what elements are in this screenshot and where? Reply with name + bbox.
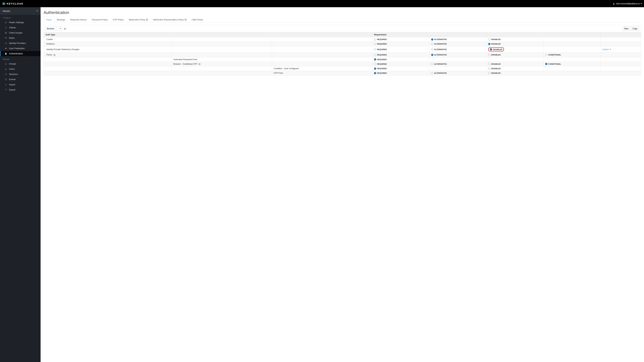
req-radio-disabled[interactable] [488, 38, 490, 40]
req-option[interactable]: ALTERNATIVE [431, 43, 485, 45]
help-icon[interactable]: ? [53, 54, 56, 56]
user-menu[interactable]: John.hummel@wallaroo.ai [610, 0, 642, 7]
req-radio-disabled[interactable] [488, 43, 490, 45]
flow-name: Identity Provider Redirector (Google) [46, 48, 79, 51]
help-icon[interactable]: ? [146, 18, 148, 21]
req-radio-alternative[interactable] [431, 38, 433, 40]
req-option[interactable]: REQUIRED [374, 43, 428, 45]
sidebar-item-import[interactable]: Import [0, 82, 40, 87]
req-option[interactable]: REQUIRED [374, 58, 428, 60]
req-option[interactable]: REQUIRED [374, 54, 428, 56]
lock-icon [5, 52, 7, 55]
flow-name-cell [172, 42, 272, 46]
req-option[interactable]: ALTERNATIVE [431, 63, 485, 65]
req-radio-required[interactable] [374, 43, 376, 45]
tab-bindings[interactable]: Bindings [54, 17, 68, 23]
sidebar-item-user-federation[interactable]: User Federation [0, 46, 40, 51]
req-radio-alternative[interactable] [431, 48, 433, 50]
req-option[interactable]: DISABLED [488, 63, 542, 65]
tab-password-policy[interactable]: Password Policy [89, 17, 110, 23]
req-radio-conditional[interactable] [545, 54, 548, 56]
tab-webauthn-passwordless[interactable]: WebAuthn Passwordless Policy ? [150, 17, 189, 23]
sidebar-section-label: Manage [0, 56, 40, 61]
sliders-icon [5, 21, 7, 24]
req-option[interactable]: DISABLED [488, 72, 542, 74]
req-option[interactable]: DISABLED [488, 38, 542, 40]
req-radio-required[interactable] [374, 63, 376, 65]
req-option[interactable]: REQUIRED [374, 72, 428, 74]
req-radio-conditional[interactable] [545, 63, 548, 65]
req-option[interactable]: ALTERNATIVE [431, 38, 485, 40]
calendar-icon [5, 78, 7, 81]
req-radio-required[interactable] [374, 54, 376, 56]
help-icon[interactable]: ? [64, 28, 66, 30]
req-radio-required[interactable] [374, 67, 376, 70]
new-button[interactable]: New [622, 26, 630, 31]
req-label: ALTERNATIVE [434, 38, 447, 40]
sidebar-item-users[interactable]: Users [0, 66, 40, 71]
sidebar-item-roles[interactable]: Roles [0, 35, 40, 40]
svg-point-3 [614, 3, 614, 4]
req-option[interactable]: DISABLED [488, 54, 542, 56]
flow-row: Forms ?REQUIREDALTERNATIVEDISABLEDCONDIT… [44, 53, 641, 57]
req-radio-required[interactable] [374, 38, 376, 40]
req-radio-disabled[interactable] [488, 72, 490, 74]
flow-row: Identity Provider Redirector (Google)REQ… [44, 46, 641, 53]
req-option[interactable]: DISABLED [490, 48, 502, 50]
sidebar-item-sessions[interactable]: Sessions [0, 71, 40, 77]
req-radio-alternative[interactable] [431, 54, 433, 56]
req-option[interactable]: ALTERNATIVE [431, 72, 485, 74]
tab-flows[interactable]: Flows [44, 17, 54, 23]
sidebar-item-clients[interactable]: Clients [0, 25, 40, 30]
req-option[interactable]: CONDITIONAL [545, 63, 599, 65]
req-option[interactable]: REQUIRED [374, 38, 428, 40]
req-radio-alternative[interactable] [431, 72, 433, 74]
req-radio-disabled[interactable] [488, 54, 490, 56]
help-icon[interactable]: ? [184, 18, 187, 21]
req-option[interactable]: CONDITIONAL [545, 54, 599, 56]
flow-name-cell: Forms ? [44, 53, 172, 57]
req-label: DISABLED [491, 38, 500, 40]
tab-required-actions[interactable]: Required Actions [68, 17, 89, 23]
req-option[interactable]: DISABLED [488, 43, 542, 45]
req-radio-alternative[interactable] [431, 43, 433, 45]
req-radio-required[interactable] [374, 48, 376, 50]
svg-rect-12 [5, 28, 6, 28]
req-option[interactable]: REQUIRED [374, 63, 428, 65]
sidebar-item-export[interactable]: Export [0, 87, 40, 92]
req-option[interactable]: ALTERNATIVE [431, 54, 485, 56]
req-cell-required: REQUIRED [372, 46, 429, 53]
req-option[interactable]: REQUIRED [374, 67, 428, 70]
req-cell-disabled: DISABLED [486, 37, 544, 42]
req-radio-disabled[interactable] [490, 48, 492, 50]
tab-ciba-policy[interactable]: CIBA Policy [189, 17, 206, 23]
sidebar-item-authentication[interactable]: Authentication [0, 51, 40, 56]
req-radio-required[interactable] [374, 58, 376, 60]
flow-select[interactable]: Browser [46, 27, 62, 31]
sidebar-item-client-scopes[interactable]: Client Scopes [0, 30, 40, 35]
realm-selector[interactable]: Master [0, 7, 40, 15]
req-cell-alternative: ALTERNATIVE [429, 37, 486, 42]
req-option[interactable]: DISABLED [488, 67, 542, 70]
flow-row: Username Password FormREQUIRED [44, 57, 641, 62]
copy-button[interactable]: Copy [631, 26, 639, 31]
help-icon[interactable]: ? [198, 63, 200, 65]
tab-webauthn-policy[interactable]: WebAuthn Policy ? [126, 17, 150, 23]
req-label: DISABLED [491, 63, 500, 65]
sidebar-item-label: Clients [9, 26, 16, 29]
req-radio-disabled[interactable] [488, 67, 490, 70]
sidebar-item-events[interactable]: Events [0, 77, 40, 82]
sidebar-item-groups[interactable]: Groups [0, 61, 40, 66]
actions-menu[interactable]: Actions [602, 48, 611, 51]
req-option[interactable]: ALTERNATIVE [431, 48, 485, 50]
tab-otp-policy[interactable]: OTP Policy [110, 17, 126, 23]
req-radio-alternative[interactable] [431, 63, 433, 65]
sidebar-item-realm-settings[interactable]: Realm Settings [0, 20, 40, 25]
tab-label: Flows [46, 18, 52, 21]
req-option[interactable]: REQUIRED [374, 48, 428, 50]
req-radio-required[interactable] [374, 72, 376, 74]
req-radio-disabled[interactable] [488, 63, 490, 65]
req-label: ALTERNATIVE [434, 48, 447, 50]
sidebar-item-identity-providers[interactable]: Identity Providers [0, 40, 40, 46]
brand-logo[interactable]: KEYCLOAK [2, 2, 24, 5]
